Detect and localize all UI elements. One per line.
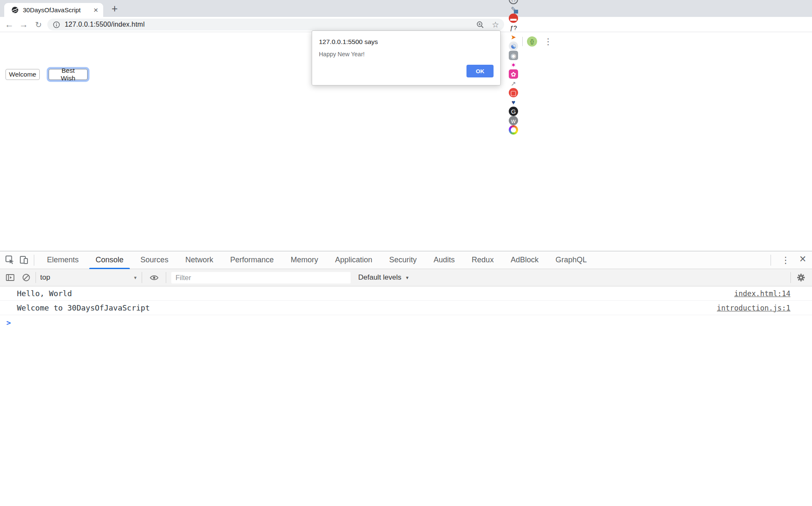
tab-redux[interactable]: Redux: [463, 251, 502, 269]
prompt-chevron-icon: >: [6, 318, 11, 327]
tab-close-icon[interactable]: ×: [93, 6, 99, 14]
context-label: top: [40, 273, 50, 282]
console-toolbar-divider3: [166, 272, 166, 283]
ghostery-icon[interactable]: G: [509, 107, 518, 116]
devtools-panel: ElementsConsoleSourcesNetworkPerformance…: [0, 251, 812, 506]
welcome-button[interactable]: Welcome: [5, 69, 40, 80]
ext-glyph: ƒ?: [510, 25, 517, 31]
tab-network[interactable]: Network: [177, 251, 222, 269]
ext-glyph: G: [511, 108, 516, 115]
ext-glyph: ▢: [510, 90, 516, 96]
back-button[interactable]: ←: [3, 18, 16, 31]
tab-console[interactable]: Console: [87, 251, 132, 269]
console-message-text: Hello, World: [17, 289, 72, 298]
red-badge-icon[interactable]: ▢: [509, 88, 518, 97]
best-wish-button[interactable]: Best Wish: [49, 69, 88, 80]
console-message-text: Welcome to 30DaysOfJavaScript: [17, 303, 150, 312]
dialog-message: Happy New Year!: [319, 51, 365, 58]
ext-glyph: ◉: [510, 52, 516, 59]
site-info-icon[interactable]: [53, 21, 60, 28]
camera-icon[interactable]: ◉: [509, 51, 518, 60]
levels-label: Default levels: [358, 273, 401, 282]
context-selector[interactable]: top ▼: [40, 273, 137, 282]
reload-button[interactable]: ↻: [32, 18, 45, 31]
blocks-arrow-icon[interactable]: ↗: [509, 79, 518, 88]
dash-circle-icon[interactable]: (-): [509, 0, 518, 4]
browser-toolbar: ← → ↻ 127.0.0.1:5500/index.html ☆ Ƒ◎❚❚✱❋…: [0, 17, 812, 32]
avatar-glyph: {}: [530, 39, 534, 44]
ext-glyph: ♥: [512, 99, 516, 105]
tab-adblock[interactable]: AdBlock: [502, 251, 547, 269]
fn-question-icon[interactable]: ƒ?: [509, 23, 518, 32]
console-prompt[interactable]: >: [0, 315, 812, 330]
color-ring-icon[interactable]: [509, 125, 518, 135]
ext-glyph: ↗: [511, 80, 516, 87]
ext-glyph: ✿: [511, 71, 516, 77]
tab-title: 30DaysOfJavaScript: [23, 6, 93, 14]
console-message-row: Welcome to 30DaysOfJavaScript introducti…: [0, 301, 812, 315]
console-toolbar: top ▼ Default levels ▼: [0, 269, 812, 286]
console-toolbar-divider: [36, 272, 36, 283]
url-text: 127.0.0.1:5500/index.html: [65, 21, 145, 28]
colorzilla-eyedropper-icon[interactable]: ✎: [509, 4, 518, 14]
ext-glyph: (-): [512, 0, 516, 2]
ext-glyph: ✶: [511, 62, 516, 68]
clear-console-icon[interactable]: [21, 272, 31, 283]
profile-avatar[interactable]: {}: [527, 36, 537, 47]
favicon-globe-icon: [11, 6, 19, 14]
settings-gear-icon[interactable]: [796, 272, 806, 283]
address-bar[interactable]: 127.0.0.1:5500/index.html ☆: [47, 19, 504, 30]
tab-elements[interactable]: Elements: [38, 251, 87, 269]
bookmark-star-icon[interactable]: ☆: [492, 20, 499, 30]
extensions-area: Ƒ◎❚❚✱❋(-)✎▬ƒ?➤☯◉✶✿↗▢♥Gw {} ⋮: [509, 34, 555, 49]
filter-input[interactable]: [171, 272, 351, 283]
stop-hand-icon[interactable]: ▬: [509, 14, 518, 23]
wappalyzer-icon[interactable]: w: [509, 116, 518, 125]
ext-glyph: ▬: [510, 15, 517, 22]
log-levels-selector[interactable]: Default levels ▼: [358, 273, 409, 282]
console-toolbar-divider2: [142, 272, 142, 283]
tabbar-divider-right: [771, 255, 771, 266]
dialog-title: 127.0.0.1:5500 says: [319, 38, 378, 46]
chevron-down-icon: ▼: [405, 275, 409, 280]
graphql-icon[interactable]: ✶: [509, 60, 518, 69]
swirl-icon[interactable]: ☯: [509, 41, 518, 51]
source-link[interactable]: index.html:14: [734, 289, 790, 298]
source-link[interactable]: introduction.js:1: [717, 304, 790, 312]
devtools-tab-bar: ElementsConsoleSourcesNetworkPerformance…: [0, 251, 812, 269]
inspect-element-icon[interactable]: [5, 255, 15, 265]
chevron-down-icon: ▼: [133, 275, 137, 280]
device-toolbar-icon[interactable]: [19, 255, 29, 265]
chrome-menu-kebab-icon[interactable]: ⋮: [541, 36, 555, 47]
new-tab-button[interactable]: +: [108, 2, 121, 15]
tabbar-divider: [34, 255, 34, 266]
tab-audits[interactable]: Audits: [425, 251, 463, 269]
console-toolbar-divider4: [790, 272, 791, 283]
tab-application[interactable]: Application: [326, 251, 381, 269]
ext-glyph: ✎: [511, 6, 516, 12]
zoom-indicator-icon[interactable]: [476, 21, 484, 29]
devtools-close-icon[interactable]: ×: [796, 253, 812, 267]
tab-strip: 30DaysOfJavaScript × +: [0, 0, 812, 17]
tab-graphql[interactable]: GraphQL: [547, 251, 595, 269]
ext-glyph: ➤: [511, 34, 516, 40]
live-expression-eye-icon[interactable]: [149, 272, 159, 283]
pink-gear-icon[interactable]: ✿: [509, 69, 518, 79]
forward-button[interactable]: →: [17, 18, 30, 31]
megaphone-icon[interactable]: ➤: [509, 32, 518, 41]
toolbar-divider: [522, 37, 523, 46]
tab-performance[interactable]: Performance: [222, 251, 282, 269]
console-output: Hello, World index.html:14 Welcome to 30…: [0, 286, 812, 315]
js-alert-dialog: 127.0.0.1:5500 says Happy New Year! OK: [312, 30, 501, 85]
browser-tab[interactable]: 30DaysOfJavaScript ×: [4, 3, 103, 17]
ext-glyph: w: [511, 118, 516, 124]
tab-security[interactable]: Security: [381, 251, 425, 269]
ext-glyph: ☯: [510, 43, 516, 50]
dialog-ok-button[interactable]: OK: [466, 65, 494, 77]
tab-memory[interactable]: Memory: [282, 251, 326, 269]
console-sidebar-toggle-icon[interactable]: [5, 272, 15, 283]
tab-sources[interactable]: Sources: [132, 251, 177, 269]
console-message-row: Hello, World index.html:14: [0, 286, 812, 301]
heart-search-icon[interactable]: ♥: [509, 97, 518, 107]
devtools-menu-kebab-icon[interactable]: ⋮: [775, 255, 796, 265]
